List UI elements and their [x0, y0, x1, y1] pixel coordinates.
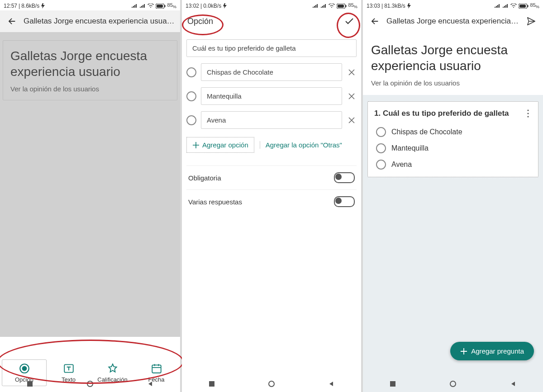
remove-option-button[interactable] [347, 67, 357, 77]
question-title: 1. Cuál es tu tipo preferido de galleta [374, 109, 522, 118]
plus-icon [460, 348, 467, 355]
calendar-icon [151, 363, 162, 374]
close-icon [348, 117, 355, 124]
nav-home-icon[interactable] [450, 381, 456, 387]
status-time: 13:02 [186, 3, 199, 9]
svg-point-4 [22, 366, 27, 371]
check-icon [344, 16, 355, 27]
toggle-switch[interactable] [334, 172, 355, 183]
nav-recent-icon[interactable] [390, 381, 396, 387]
svg-point-21 [450, 381, 456, 387]
question-card[interactable]: 1. Cuál es tu tipo preferido de galleta … [367, 101, 538, 177]
android-nav-bar [0, 376, 180, 392]
svg-rect-15 [519, 5, 526, 8]
answer-option[interactable]: Chispas de Chocolate [376, 127, 532, 137]
send-button[interactable] [525, 15, 538, 28]
battery-icon [337, 4, 347, 9]
answer-option[interactable]: Avena [376, 160, 532, 170]
radio-icon [186, 115, 196, 125]
svg-rect-16 [527, 5, 528, 7]
option-row: Chispas de Chocolate [186, 63, 357, 81]
svg-rect-7 [27, 381, 33, 387]
back-button[interactable] [368, 15, 381, 28]
add-row: Agregar opción Agregar la opción "Otras" [186, 137, 357, 153]
form-header-card: Galletas Jorge encuesta experiencia usua… [363, 32, 543, 95]
radio-icon [186, 67, 196, 77]
appbar-title: Galletas Jorge encuesta experiencia u... [386, 17, 519, 26]
svg-rect-10 [338, 5, 344, 8]
option-input[interactable]: Mantequilla [201, 87, 342, 105]
signal-icon [312, 4, 319, 8]
nav-back-icon[interactable] [328, 381, 334, 387]
nav-recent-icon[interactable] [27, 381, 33, 387]
radio-filled-icon [19, 363, 30, 374]
add-question-button[interactable]: Agregar pregunta [450, 342, 534, 360]
wifi-icon [510, 4, 517, 8]
status-data-rate: 0.0kB/s [203, 3, 221, 9]
option-input[interactable]: Chispas de Chocolate [201, 63, 342, 81]
question-text-input[interactable]: Cuál es tu tipo preferido de galleta [186, 39, 357, 57]
svg-rect-1 [157, 5, 163, 8]
toggle-label: Varias respuestas [188, 198, 242, 206]
option-label: Mantequilla [391, 144, 429, 152]
svg-point-19 [527, 116, 529, 117]
android-nav-bar [182, 376, 361, 392]
nav-recent-icon[interactable] [209, 381, 215, 387]
option-row: Avena [186, 111, 357, 129]
send-icon [526, 16, 536, 26]
app-bar: Galletas Jorge encuesta experiencia usua… [0, 10, 180, 32]
answer-option[interactable]: Mantequilla [376, 143, 532, 153]
form-subtitle: Ver la opinión de los usuarios [371, 79, 535, 87]
nav-back-icon[interactable] [510, 381, 516, 387]
nav-home-icon[interactable] [268, 381, 275, 387]
status-bar: 13:02 | 0.0kB/s 85% [182, 0, 361, 10]
app-bar: Galletas Jorge encuesta experiencia u... [363, 10, 543, 32]
panel-option-editor: 13:02 | 0.0kB/s 85% Opción Cuál es tu ti… [182, 0, 361, 392]
remove-option-button[interactable] [347, 91, 357, 101]
app-bar: Opción [182, 10, 361, 32]
close-icon [348, 69, 355, 76]
wifi-icon [329, 4, 335, 8]
svg-point-13 [269, 381, 274, 387]
star-icon [107, 363, 119, 374]
toggle-switch[interactable] [334, 196, 355, 207]
add-other-button[interactable]: Agregar la opción "Otras" [260, 141, 342, 149]
remove-option-button[interactable] [347, 115, 357, 125]
wifi-icon [148, 4, 154, 8]
option-label: Avena [391, 161, 412, 169]
add-option-button[interactable]: Agregar opción [186, 137, 254, 153]
arrow-left-icon [7, 16, 17, 26]
battery-level: 85 [530, 2, 536, 8]
status-data-rate: 8.6kB/s [21, 3, 39, 9]
battery-icon [156, 4, 166, 9]
nav-home-icon[interactable] [87, 381, 93, 387]
svg-rect-12 [209, 381, 214, 387]
status-bar: 13:03 | 81.3kB/s 85% [363, 0, 543, 10]
radio-icon [376, 160, 386, 170]
bolt-icon [407, 3, 411, 9]
text-box-icon [63, 363, 75, 374]
question-menu-button[interactable] [524, 109, 532, 120]
nav-back-icon[interactable] [147, 381, 153, 387]
bolt-icon [41, 3, 45, 9]
back-button[interactable] [5, 15, 18, 28]
appbar-title: Galletas Jorge encuesta experiencia usua… [24, 17, 175, 26]
more-vertical-icon [524, 109, 532, 118]
editor-body: Cuál es tu tipo preferido de galleta Chi… [182, 32, 361, 392]
add-option-label: Agregar opción [202, 141, 248, 149]
svg-point-17 [527, 109, 529, 111]
signal-icon [502, 4, 509, 8]
option-row: Mantequilla [186, 87, 357, 105]
option-input[interactable]: Avena [201, 111, 342, 129]
toggle-required: Obligatoria [186, 166, 357, 189]
status-bar: 12:57 | 8.6kB/s 85% [0, 0, 180, 10]
plus-icon [192, 142, 200, 149]
form-body: Galletas Jorge encuesta experiencia usua… [363, 32, 543, 392]
battery-level: 85 [167, 2, 173, 8]
page-body: Galletas Jorge encuesta experiencia usua… [0, 32, 180, 392]
confirm-button[interactable] [343, 15, 356, 28]
svg-point-8 [87, 381, 93, 387]
radio-icon [376, 143, 386, 153]
bolt-icon [223, 3, 227, 9]
battery-icon [519, 4, 529, 9]
